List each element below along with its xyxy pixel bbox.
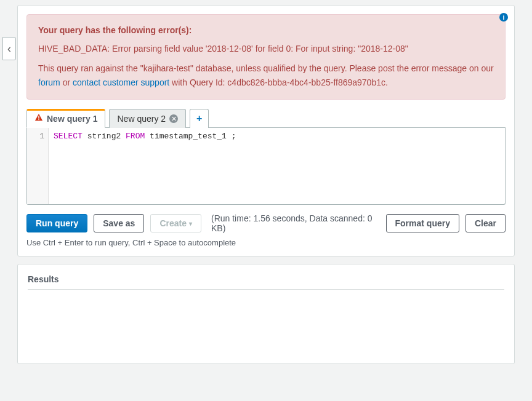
sidebar-toggle[interactable]: ‹ [2,37,16,60]
error-context-pre: This query ran against the "kajihara-tes… [38,63,494,73]
warning-icon [34,113,43,124]
error-alert: Your query has the following error(s): H… [26,14,506,100]
run-info: (Run time: 1.56 seconds, Data scanned: 0… [208,213,380,233]
error-message: HIVE_BAD_DATA: Error parsing field value… [38,42,494,57]
error-context-mid: or [60,77,73,87]
info-icon[interactable]: i [499,13,508,22]
close-icon[interactable]: ✕ [169,114,178,123]
clear-button[interactable]: Clear [465,214,506,232]
svg-rect-1 [38,119,39,120]
line-number: 1 [27,130,44,143]
tab-query-2[interactable]: New query 2 ✕ [109,109,186,128]
query-panel: i Your query has the following error(s):… [17,5,515,256]
svg-rect-0 [38,116,39,119]
keyboard-hint: Use Ctrl + Enter to run query, Ctrl + Sp… [26,238,506,247]
create-label: Create [159,218,187,228]
results-panel: Results [17,264,515,364]
run-query-button[interactable]: Run query [26,214,87,232]
editor-code[interactable]: SELECT string2 FROM timestamp_test_1 ; [49,128,505,204]
sql-editor[interactable]: 1 SELECT string2 FROM timestamp_test_1 ; [26,128,506,205]
forum-link[interactable]: forum [38,77,60,87]
tab-add[interactable]: + [190,109,209,128]
tab-bar: New query 1 New query 2 ✕ + [26,108,506,128]
plus-icon: + [196,114,202,123]
save-as-button[interactable]: Save as [94,214,144,232]
tab-label: New query 1 [47,114,97,124]
error-context-post: with Query Id: c4dbc826-bbba-4bc4-bb25-f… [169,77,388,87]
col-name: string2 [87,132,121,141]
results-title: Results [28,274,504,290]
terminator: ; [227,132,236,141]
table-name: timestamp_test_1 [150,132,227,141]
kw-from: FROM [126,132,145,141]
error-heading: Your query has the following error(s): [38,23,494,38]
kw-select: SELECT [54,132,83,141]
tab-label: New query 2 [117,114,166,124]
format-query-button[interactable]: Format query [386,214,459,232]
editor-gutter: 1 [27,128,49,204]
chevron-down-icon: ▾ [189,220,192,227]
action-bar: Run query Save as Create ▾ (Run time: 1.… [26,213,506,233]
support-link[interactable]: contact customer support [73,77,169,87]
tab-query-1[interactable]: New query 1 [26,109,105,128]
error-context: This query ran against the "kajihara-tes… [38,62,494,91]
chevron-left-icon: ‹ [7,42,11,55]
create-button[interactable]: Create ▾ [150,214,201,232]
